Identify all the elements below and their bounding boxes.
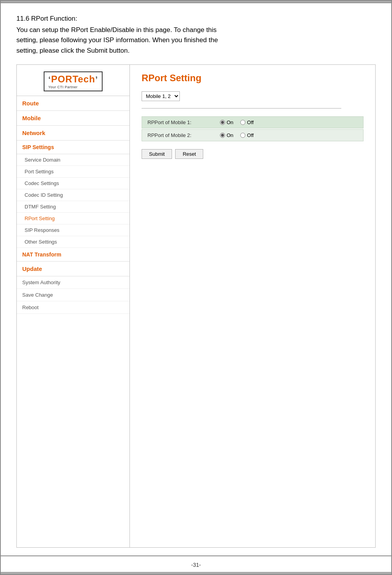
- sidebar-logo: ‘PORTech’ Your CTI Partner: [17, 65, 129, 96]
- divider-line: [142, 108, 341, 109]
- sidebar-item-other-settings[interactable]: Other Settings: [17, 236, 129, 248]
- intro-line1: You can setup the RPort Enable/Disable i…: [16, 26, 216, 34]
- sidebar-item-port-settings[interactable]: Port Settings: [17, 166, 129, 178]
- rport-row-2: RPPort of Mobile 2: On Off: [142, 129, 364, 141]
- sidebar-item-dtmf-setting[interactable]: DTMF Setting: [17, 201, 129, 213]
- reset-button[interactable]: Reset: [175, 149, 203, 159]
- sidebar-item-codec-settings[interactable]: Codec Settings: [17, 178, 129, 189]
- intro-line3: setting, please click the Submit button.: [16, 47, 129, 54]
- sidebar-nav: Route Mobile Network SIP Settings Servic…: [17, 96, 129, 314]
- rport-label-2: RPPort of Mobile 2:: [142, 132, 220, 138]
- sidebar-item-sip-settings[interactable]: SIP Settings: [17, 141, 129, 154]
- logo-subtitle: Your CTI Partner: [48, 85, 78, 89]
- logo-box: ‘PORTech’ Your CTI Partner: [44, 71, 103, 91]
- rport-table: RPPort of Mobile 1: On Off RPPo: [142, 116, 364, 141]
- content-area: RPort Setting Mobile 1, 2 Mobile 1 Mobil…: [130, 65, 375, 547]
- rport1-off-text: Off: [247, 119, 254, 125]
- mobile-select[interactable]: Mobile 1, 2 Mobile 1 Mobile 2: [142, 91, 180, 101]
- rport1-on-radio[interactable]: [220, 120, 225, 125]
- sidebar-item-service-domain[interactable]: Service Domain: [17, 154, 129, 166]
- rport-radio-group-2: On Off: [220, 132, 254, 138]
- mobile-select-row: Mobile 1, 2 Mobile 1 Mobile 2: [142, 91, 364, 101]
- sidebar-item-network[interactable]: Network: [17, 126, 129, 141]
- sidebar-item-system-authority[interactable]: System Authority: [17, 276, 129, 289]
- sidebar-item-save-change[interactable]: Save Change: [17, 289, 129, 301]
- rport-row-1: RPPort of Mobile 1: On Off: [142, 116, 364, 128]
- logo-brand: PORTech: [51, 74, 95, 84]
- sidebar-item-codec-id-setting[interactable]: Codec ID Setting: [17, 189, 129, 201]
- intro-text: You can setup the RPort Enable/Disable i…: [16, 25, 376, 56]
- rport2-off-text: Off: [247, 132, 254, 138]
- intro-section: 11.6 RPort Function: You can setup the R…: [16, 15, 376, 56]
- page-title: RPort Setting: [142, 73, 364, 84]
- rport2-on-label[interactable]: On: [220, 132, 233, 138]
- sidebar: ‘PORTech’ Your CTI Partner Route Mobile …: [17, 65, 130, 547]
- rport1-on-label[interactable]: On: [220, 119, 233, 125]
- sidebar-item-mobile[interactable]: Mobile: [17, 111, 129, 126]
- logo-bracket-right: ’: [95, 75, 98, 84]
- rport2-off-label[interactable]: Off: [240, 132, 254, 138]
- footer: -31-: [1, 555, 391, 572]
- rport-radio-group-1: On Off: [220, 119, 254, 125]
- logo-bracket-left: ‘: [48, 75, 51, 84]
- sidebar-item-nat-transform[interactable]: NAT Transform: [17, 248, 129, 262]
- rport2-on-radio[interactable]: [220, 133, 225, 138]
- logo-text: ‘PORTech’: [48, 74, 98, 85]
- footer-text: -31-: [191, 562, 201, 568]
- sidebar-item-rport-setting[interactable]: RPort Setting: [17, 213, 129, 224]
- rport1-off-label[interactable]: Off: [240, 119, 254, 125]
- intro-line2: setting, please following your ISP infor…: [16, 36, 218, 44]
- rport1-on-text: On: [227, 119, 233, 125]
- rport2-on-text: On: [227, 132, 233, 138]
- sidebar-item-route[interactable]: Route: [17, 96, 129, 111]
- button-row: Submit Reset: [142, 149, 364, 159]
- rport2-off-radio[interactable]: [240, 133, 245, 138]
- intro-title: 11.6 RPort Function:: [16, 15, 376, 23]
- main-area: ‘PORTech’ Your CTI Partner Route Mobile …: [16, 64, 376, 548]
- sidebar-item-sip-responses[interactable]: SIP Responses: [17, 224, 129, 236]
- bottom-border: [1, 572, 391, 574]
- sidebar-item-update[interactable]: Update: [17, 262, 129, 276]
- rport1-off-radio[interactable]: [240, 120, 245, 125]
- sidebar-item-reboot[interactable]: Reboot: [17, 301, 129, 314]
- rport-label-1: RPPort of Mobile 1:: [142, 119, 220, 125]
- submit-button[interactable]: Submit: [142, 149, 172, 159]
